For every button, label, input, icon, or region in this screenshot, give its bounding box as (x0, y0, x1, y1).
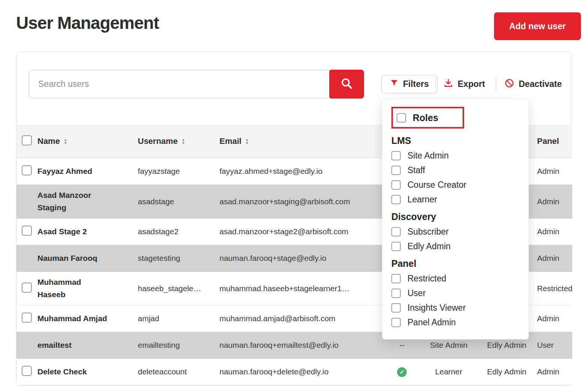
user-name: Asad Manzoor Staging (37, 189, 109, 214)
cell-email: nauman.farooq+delete@edly.io (216, 363, 389, 381)
user-name: Muhammad Amjad (37, 313, 107, 325)
table-row[interactable]: Delete Checkdeleteaccountnauman.farooq+d… (16, 359, 572, 385)
filter-option-insights-viewer[interactable]: Insights Viewer (391, 303, 521, 313)
cell-username: asadstage2 (134, 223, 216, 241)
filter-option-label: Staff (407, 165, 425, 175)
filter-option-roles[interactable]: Roles (397, 112, 438, 123)
row-checkbox[interactable] (22, 165, 32, 175)
checkbox-icon[interactable] (391, 227, 401, 236)
cell-email: asad.manzoor+stage2@arbisoft.com (216, 223, 389, 241)
filter-option-user[interactable]: User (391, 288, 521, 298)
cell-lms-role: Learner (415, 363, 482, 381)
user-name: Muhammad Haseeb (37, 276, 109, 301)
row-checkbox[interactable] (22, 313, 32, 323)
cell-name: Asad Manzoor Staging (34, 185, 134, 218)
checkbox-icon[interactable] (391, 274, 401, 283)
filter-option-label: Insights Viewer (407, 303, 466, 313)
cell-username: emailtesting (134, 336, 216, 354)
checkbox-icon[interactable] (391, 303, 401, 313)
user-name: Fayyaz Ahmed (37, 165, 92, 178)
deactivate-button[interactable]: Deactivate (504, 75, 562, 93)
checkbox-icon[interactable] (391, 195, 401, 204)
deactivate-label: Deactivate (519, 79, 562, 89)
search-input[interactable] (29, 70, 330, 99)
select-all-checkbox[interactable] (22, 135, 32, 145)
column-header-email[interactable]: Email ▲▼ (216, 132, 389, 151)
user-name: Delete Check (37, 366, 87, 378)
cell-status: ✓ (389, 362, 415, 382)
cell-name: Muhammad Haseeb (34, 272, 134, 305)
cell-checkbox (16, 341, 34, 350)
filter-section-title: Panel (391, 258, 521, 269)
cell-email: muhammad.amjad@arbisoft.com (216, 310, 389, 328)
user-table-card: Filters Export Deactivate (16, 51, 572, 386)
cell-checkbox (16, 308, 34, 329)
column-header-panel: Panel (531, 132, 572, 151)
cell-username: amjad (134, 310, 216, 328)
add-new-user-button[interactable]: Add new user (494, 12, 581, 40)
roles-filter-highlight: Roles (391, 107, 464, 129)
cell-panel-role: Admin (531, 310, 572, 328)
filter-option-panel-admin[interactable]: Panel Admin (391, 317, 521, 328)
sort-icon[interactable]: ▲▼ (181, 138, 185, 145)
checkbox-icon[interactable] (391, 318, 401, 327)
sort-icon[interactable]: ▲▼ (64, 138, 67, 145)
roles-label: Roles (413, 112, 438, 123)
checkbox-icon[interactable] (391, 151, 401, 160)
sort-icon[interactable]: ▲▼ (245, 138, 249, 145)
filter-option-restricted[interactable]: Restricted (391, 274, 521, 284)
cell-email: nauman.farooq+stage@edly.io (216, 249, 389, 267)
checkbox-icon[interactable] (391, 242, 401, 251)
cell-panel-role: Admin (531, 249, 572, 267)
filter-option-staff[interactable]: Staff (391, 165, 521, 175)
cell-username: haseeb_stagele… (134, 280, 216, 298)
row-checkbox[interactable] (22, 226, 32, 236)
checkbox-icon[interactable] (391, 166, 401, 175)
cell-name: emailtest (34, 335, 134, 356)
cell-username: fayyazstage (134, 162, 216, 180)
column-label: Username (138, 136, 178, 146)
cell-checkbox (16, 197, 34, 206)
row-checkbox[interactable] (22, 366, 32, 376)
checkbox-icon[interactable] (391, 180, 401, 190)
export-button[interactable]: Export (443, 75, 485, 93)
export-icon (443, 78, 453, 90)
column-label: Email (219, 136, 242, 146)
cell-email: fayyaz.ahmed+stage@edly.io (216, 162, 389, 180)
active-status-icon: ✓ (397, 367, 407, 377)
column-header-name[interactable]: Name ▲▼ (34, 132, 134, 151)
cell-checkbox (16, 221, 34, 242)
search-icon (340, 77, 354, 91)
cell-email: nauman.farooq+emailtest@edly.io (216, 336, 389, 354)
column-header-username[interactable]: Username ▲▼ (134, 132, 216, 151)
cell-name: Nauman Farooq (34, 248, 134, 269)
cell-panel-role: Admin (531, 162, 572, 180)
cell-panel-role: Admin (531, 223, 572, 241)
cell-email: muhammad.haseeb+stagelearner1… (216, 280, 389, 298)
filter-option-course-creator[interactable]: Course Creator (391, 180, 521, 190)
filter-icon (390, 79, 398, 90)
filter-option-subscriber[interactable]: Subscriber (391, 227, 521, 237)
filter-option-edly-admin[interactable]: Edly Admin (391, 241, 521, 251)
roles-checkbox[interactable] (397, 113, 406, 123)
filter-option-site-admin[interactable]: Site Admin (391, 151, 521, 161)
user-name: Nauman Farooq (37, 252, 97, 265)
cell-username: asadstage (134, 193, 216, 211)
filter-option-label: Edly Admin (407, 241, 451, 251)
cell-name: Asad Stage 2 (34, 221, 134, 242)
cell-panel-role: Admin (531, 363, 572, 381)
filter-option-learner[interactable]: Learner (391, 194, 521, 205)
cell-panel-role: Restricted (531, 280, 573, 298)
filter-option-label: Restricted (407, 274, 446, 284)
row-checkbox[interactable] (22, 283, 32, 293)
filters-button[interactable]: Filters (381, 75, 437, 93)
filter-section-title: Discovery (391, 211, 521, 222)
filter-option-label: Panel Admin (407, 317, 456, 328)
search-button[interactable] (329, 70, 364, 99)
cell-panel-role: User (531, 336, 572, 354)
cell-checkbox (16, 161, 34, 182)
cell-email: asad.manzoor+staging@arbisoft.com (216, 193, 389, 211)
checkbox-icon[interactable] (391, 289, 401, 298)
column-label: Panel (537, 136, 559, 146)
cell-username: stagetesting (134, 249, 216, 267)
